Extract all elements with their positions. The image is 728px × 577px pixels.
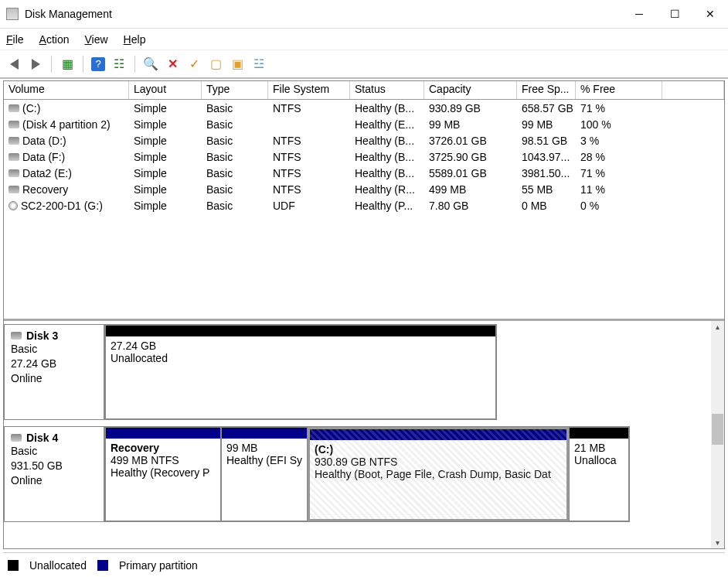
volume-pctfree: 28 % xyxy=(576,151,662,163)
col-layout[interactable]: Layout xyxy=(129,81,202,99)
partition[interactable]: Recovery499 MB NTFSHealthy (Recovery P xyxy=(105,427,221,521)
scroll-down-icon[interactable]: ▾ xyxy=(712,537,723,548)
volume-type: Basic xyxy=(202,135,268,147)
disk-icon xyxy=(9,169,19,177)
disk-icon xyxy=(9,186,19,193)
volume-status: Healthy (B... xyxy=(350,151,424,163)
col-filesystem[interactable]: File System xyxy=(268,81,350,99)
disk-row-disk3[interactable]: Disk 3 Basic 27.24 GB Online 27.24 GBUna… xyxy=(4,324,497,420)
menu-action[interactable]: Action xyxy=(39,33,70,46)
partition[interactable]: 99 MBHealthy (EFI Sy xyxy=(221,427,308,521)
close-button[interactable]: ✕ xyxy=(692,2,728,26)
partition-size: 499 MB NTFS xyxy=(111,454,216,466)
disk-size: 931.50 GB xyxy=(11,459,97,473)
menu-help[interactable]: Help xyxy=(124,33,146,46)
volume-status: Healthy (R... xyxy=(350,183,424,196)
check-icon[interactable]: ✓ xyxy=(186,56,202,72)
partition-title: (C:) xyxy=(315,443,562,456)
col-type[interactable]: Type xyxy=(202,81,268,99)
partition[interactable]: 27.24 GBUnallocated xyxy=(105,325,496,419)
volume-fs: NTFS xyxy=(268,135,350,147)
legend-primary-label: Primary partition xyxy=(119,559,198,572)
col-volume[interactable]: Volume xyxy=(4,81,129,99)
table-row[interactable]: RecoverySimpleBasicNTFSHealthy (R...499 … xyxy=(4,181,724,197)
partition-size: 99 MB xyxy=(226,442,302,454)
partition-stripe xyxy=(106,326,495,336)
volume-pctfree: 0 % xyxy=(576,200,662,212)
partition[interactable]: 21 MBUnalloca xyxy=(569,427,629,521)
table-row[interactable]: SC2-200-D1 (G:)SimpleBasicUDFHealthy (P.… xyxy=(4,197,724,213)
volume-pctfree: 71 % xyxy=(576,102,662,114)
folder-search-icon[interactable]: ▣ xyxy=(230,56,245,72)
scrollbar-thumb[interactable] xyxy=(712,414,723,445)
volume-status: Healthy (B... xyxy=(350,135,424,147)
forward-icon[interactable] xyxy=(28,56,43,72)
volume-status: Healthy (P... xyxy=(350,200,424,212)
cd-icon xyxy=(9,201,18,210)
volume-pctfree: 71 % xyxy=(576,167,662,179)
volume-name: Recovery xyxy=(22,183,68,196)
disk-state: Online xyxy=(11,371,97,386)
volume-free: 55 MB xyxy=(517,183,576,196)
partition-status: Healthy (Recovery P xyxy=(111,466,216,479)
col-capacity[interactable]: Capacity xyxy=(424,81,517,99)
volume-layout: Simple xyxy=(129,151,202,163)
volume-name: Data (F:) xyxy=(22,151,65,163)
table-row[interactable]: Data (F:)SimpleBasicNTFSHealthy (B...372… xyxy=(4,149,724,165)
volume-layout: Simple xyxy=(129,102,202,114)
volume-layout: Simple xyxy=(129,135,202,147)
disk-name: Disk 3 xyxy=(26,329,58,342)
main-content: Volume Layout Type File System Status Ca… xyxy=(3,80,725,549)
partition-stripe xyxy=(570,428,628,439)
grid-icon[interactable]: ▦ xyxy=(60,56,75,72)
properties-icon[interactable]: ☳ xyxy=(251,56,267,72)
delete-icon[interactable]: ✕ xyxy=(165,56,180,72)
legend: Unallocated Primary partition xyxy=(3,552,725,577)
volume-table: Volume Layout Type File System Status Ca… xyxy=(4,81,724,321)
volume-table-header: Volume Layout Type File System Status Ca… xyxy=(4,81,724,100)
volume-status: Healthy (E... xyxy=(350,118,424,131)
menu-view[interactable]: View xyxy=(85,33,108,46)
volume-pctfree: 11 % xyxy=(576,183,662,196)
disk-state: Online xyxy=(11,473,97,488)
partition-status: Healthy (EFI Sy xyxy=(226,454,302,466)
disk-type: Basic xyxy=(11,444,97,459)
partition[interactable]: (C:)930.89 GB NTFSHealthy (Boot, Page Fi… xyxy=(308,427,569,521)
table-row[interactable]: (Disk 4 partition 2)SimpleBasicHealthy (… xyxy=(4,116,724,132)
disk-row-disk4[interactable]: Disk 4 Basic 931.50 GB Online Recovery49… xyxy=(4,426,630,522)
volume-free: 658.57 GB xyxy=(517,102,576,114)
back-icon[interactable] xyxy=(6,56,22,72)
volume-type: Basic xyxy=(202,167,268,179)
disk-name: Disk 4 xyxy=(26,432,58,444)
partition-status: Unalloca xyxy=(574,454,624,466)
minimize-button[interactable]: ─ xyxy=(621,2,657,26)
scrollbar-vertical[interactable]: ▴ ▾ xyxy=(711,321,724,548)
col-free[interactable]: Free Sp... xyxy=(517,81,576,99)
scroll-up-icon[interactable]: ▴ xyxy=(712,321,723,333)
volume-type: Basic xyxy=(202,200,268,212)
volume-type: Basic xyxy=(202,183,268,196)
volume-status: Healthy (B... xyxy=(350,102,424,114)
help-icon[interactable]: ? xyxy=(91,57,105,71)
table-row[interactable]: Data2 (E:)SimpleBasicNTFSHealthy (B...55… xyxy=(4,165,724,181)
volume-type: Basic xyxy=(202,151,268,163)
disk-icon xyxy=(9,137,19,145)
partition-size: 27.24 GB xyxy=(111,340,491,352)
menubar: File Action View Help xyxy=(0,28,728,50)
maximize-button[interactable]: ☐ xyxy=(657,2,692,26)
disk-graphical-view: Disk 3 Basic 27.24 GB Online 27.24 GBUna… xyxy=(4,321,724,548)
volume-free: 0 MB xyxy=(517,200,576,212)
volume-fs: NTFS xyxy=(268,102,350,114)
volume-free: 99 MB xyxy=(517,118,576,131)
folder-up-icon[interactable]: ▢ xyxy=(208,56,223,72)
calendar-icon[interactable]: ☷ xyxy=(111,56,127,72)
col-status[interactable]: Status xyxy=(350,81,424,99)
search-icon[interactable]: 🔍 xyxy=(143,56,158,72)
disk-icon xyxy=(11,332,22,340)
menu-file[interactable]: File xyxy=(6,33,24,46)
table-row[interactable]: (C:)SimpleBasicNTFSHealthy (B...930.89 G… xyxy=(4,100,724,116)
table-row[interactable]: Data (D:)SimpleBasicNTFSHealthy (B...372… xyxy=(4,132,724,149)
disk-icon xyxy=(9,153,19,161)
app-icon xyxy=(6,8,19,20)
col-pctfree[interactable]: % Free xyxy=(576,81,662,99)
